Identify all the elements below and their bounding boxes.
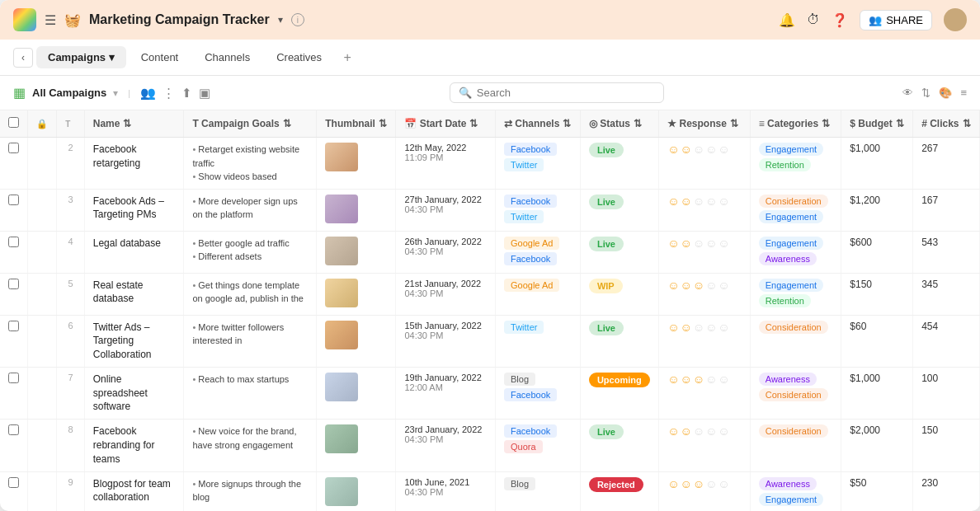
budget-cell: $150 bbox=[841, 273, 913, 315]
response-cell: ☺☺☺☺☺ bbox=[659, 138, 751, 190]
clicks-cell: 230 bbox=[913, 471, 980, 511]
info-icon[interactable]: i bbox=[291, 13, 304, 26]
display-icon[interactable]: ▣ bbox=[199, 86, 210, 101]
date-block: 15th January, 2022 04:30 PM bbox=[404, 321, 487, 340]
status-cell: Rejected bbox=[580, 471, 658, 511]
add-tab-button[interactable]: + bbox=[337, 47, 358, 68]
row-checkbox-cell[interactable] bbox=[0, 471, 28, 511]
row-checkbox[interactable] bbox=[8, 143, 19, 153]
col-checkbox[interactable] bbox=[0, 110, 28, 138]
star-2: ☺ bbox=[693, 477, 704, 490]
row-checkbox-cell[interactable] bbox=[0, 420, 28, 471]
share-button[interactable]: 👥 SHARE bbox=[860, 10, 932, 30]
channel-tag: Facebook bbox=[504, 143, 557, 156]
status-badge: Upcoming bbox=[589, 373, 650, 387]
col-name-arrow: ⇅ bbox=[123, 118, 131, 129]
sort-icon[interactable]: ≡ bbox=[960, 87, 967, 99]
view-chevron-icon[interactable]: ▾ bbox=[113, 87, 118, 99]
col-clicks-header[interactable]: # Clicks ⇅ bbox=[913, 110, 980, 138]
row-checkbox-cell[interactable] bbox=[0, 231, 28, 273]
collapse-icon[interactable]: ‹ bbox=[13, 48, 33, 68]
row-checkbox[interactable] bbox=[8, 237, 19, 247]
goal-item: More developer sign ups on the platform bbox=[192, 195, 308, 222]
col-budget-header[interactable]: $ Budget ⇅ bbox=[841, 110, 913, 138]
row-checkbox-cell[interactable] bbox=[0, 367, 28, 419]
row-checkbox-cell[interactable] bbox=[0, 273, 28, 315]
menu-icon[interactable]: ☰ bbox=[45, 12, 56, 28]
avatar[interactable] bbox=[944, 8, 967, 31]
search-box[interactable]: 🔍 bbox=[450, 82, 664, 103]
col-status-header[interactable]: ◎ Status ⇅ bbox=[580, 110, 658, 138]
row-checkbox[interactable] bbox=[8, 195, 19, 205]
row-checkbox[interactable] bbox=[8, 477, 19, 488]
channels-cell: Blog bbox=[496, 471, 581, 511]
star-0: ☺ bbox=[667, 321, 679, 334]
star-2: ☺ bbox=[693, 424, 704, 438]
title-chevron-icon[interactable]: ▾ bbox=[278, 14, 283, 26]
row-checkbox[interactable] bbox=[8, 373, 19, 383]
row-checkbox-cell[interactable] bbox=[0, 189, 28, 231]
channel-tag: Twitter bbox=[504, 321, 544, 334]
search-input[interactable] bbox=[477, 87, 655, 99]
budget-value: $2,000 bbox=[850, 424, 880, 436]
col-goals-header[interactable]: T Campaign Goals ⇅ bbox=[184, 110, 317, 138]
thumbnail-cell bbox=[317, 189, 396, 231]
nav-tabs: ‹ Campaigns ▾ Content Channels Creatives… bbox=[0, 40, 980, 76]
row-lock-cell bbox=[28, 367, 57, 419]
categories-cell: AwarenessConsideration bbox=[750, 367, 841, 419]
row-checkbox[interactable] bbox=[8, 279, 19, 289]
col-response-header[interactable]: ★ Response ⇅ bbox=[659, 110, 751, 138]
grid-view-icon[interactable]: ▦ bbox=[13, 85, 26, 101]
col-categories-header[interactable]: ≡ Categories ⇅ bbox=[750, 110, 841, 138]
col-thumbnail-header[interactable]: Thumbnail ⇅ bbox=[317, 110, 396, 138]
dots-icon[interactable]: ⋮ bbox=[163, 86, 175, 101]
col-t: T bbox=[57, 110, 84, 138]
row-checkbox-cell[interactable] bbox=[0, 315, 28, 367]
filter-icon[interactable]: ⇅ bbox=[921, 87, 931, 99]
star-4: ☺ bbox=[718, 321, 729, 334]
col-clicks-arrow: ⇅ bbox=[963, 118, 971, 129]
row-checkbox[interactable] bbox=[8, 424, 19, 435]
channels-cell: Google AdFacebook bbox=[496, 231, 581, 273]
eye-icon[interactable]: 👁 bbox=[902, 87, 913, 99]
view-selector[interactable]: All Campaigns bbox=[32, 87, 106, 99]
color-icon[interactable]: 🎨 bbox=[939, 87, 952, 99]
campaign-goals-cell: More signups through the blog bbox=[184, 471, 317, 511]
col-date-header[interactable]: 📅 Start Date ⇅ bbox=[396, 110, 496, 138]
star-1: ☺ bbox=[680, 279, 691, 292]
row-checkbox-cell[interactable] bbox=[0, 138, 28, 190]
campaign-name-cell: Twitter Ads – Targeting Collaboration bbox=[84, 315, 184, 367]
people-icon[interactable]: 👥 bbox=[140, 86, 156, 101]
star-4: ☺ bbox=[718, 424, 729, 438]
star-1: ☺ bbox=[680, 143, 691, 156]
tab-creatives[interactable]: Creatives bbox=[265, 46, 333, 68]
start-date-cell: 15th January, 2022 04:30 PM bbox=[396, 315, 496, 367]
col-name-header[interactable]: Name ⇅ bbox=[84, 110, 184, 138]
start-date: 19th January, 2022 bbox=[404, 373, 487, 382]
tab-content[interactable]: Content bbox=[130, 46, 191, 68]
table-row: 5 Real estate database Get things done t… bbox=[0, 273, 980, 315]
select-all-checkbox[interactable] bbox=[8, 117, 19, 128]
table-body: 2 Facebook retargeting Retarget existing… bbox=[0, 138, 980, 512]
star-4: ☺ bbox=[718, 143, 729, 156]
export-icon[interactable]: ⬆ bbox=[181, 86, 192, 101]
header-left: ☰ 🧺 Marketing Campaign Tracker ▾ i bbox=[13, 8, 304, 31]
row-number: 8 bbox=[57, 420, 84, 471]
table-row: 6 Twitter Ads – Targeting Collaboration … bbox=[0, 315, 980, 367]
help-icon[interactable]: ❓ bbox=[832, 12, 848, 28]
star-0: ☺ bbox=[667, 195, 679, 208]
start-date-cell: 26th January, 2022 04:30 PM bbox=[396, 231, 496, 273]
tab-campaigns[interactable]: Campaigns ▾ bbox=[36, 46, 126, 68]
history-icon[interactable]: ⏱ bbox=[807, 12, 820, 27]
budget-value: $1,200 bbox=[850, 195, 880, 206]
category-tag: Consideration bbox=[759, 388, 828, 401]
tab-channels[interactable]: Channels bbox=[193, 46, 261, 68]
response-stars: ☺☺☺☺☺ bbox=[667, 195, 742, 208]
notification-icon[interactable]: 🔔 bbox=[779, 12, 795, 28]
start-date-cell: 19th January, 2022 12:00 AM bbox=[396, 367, 496, 419]
app-title: Marketing Campaign Tracker bbox=[89, 12, 270, 27]
row-checkbox[interactable] bbox=[8, 321, 19, 331]
col-channels-header[interactable]: ⇄ Channels ⇅ bbox=[496, 110, 581, 138]
toolbar: ▦ All Campaigns ▾ | 👥 ⋮ ⬆ ▣ 🔍 👁 ⇅ 🎨 ≡ bbox=[0, 76, 980, 110]
star-1: ☺ bbox=[680, 373, 691, 386]
